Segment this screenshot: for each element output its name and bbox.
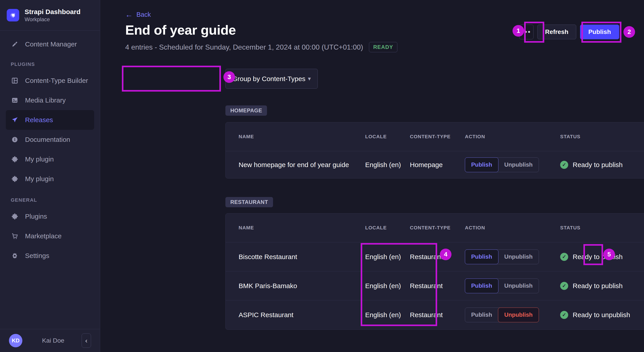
sidebar-section-plugins: PLUGINS — [11, 61, 100, 67]
entries-table-homepage: NAME LOCALE CONTENT-TYPE ACTION STATUS N… — [226, 122, 644, 178]
entry-name: ASPIC Restaurant — [238, 311, 365, 319]
workspace-header[interactable]: Strapi Dashboard Workplace — [0, 0, 100, 31]
entry-name: New homepage for end of year guide — [238, 161, 365, 169]
entry-status: Ready to unpublish — [573, 311, 630, 319]
sidebar: Strapi Dashboard Workplace Content Manag… — [0, 0, 100, 352]
release-schedule-text: 4 entries - Scheduled for Sunday, Decemb… — [125, 43, 363, 51]
entry-name: BMK Paris-Bamako — [238, 282, 365, 290]
sidebar-item-my-plugin-2[interactable]: My plugin — [0, 169, 100, 189]
column-header-status: STATUS — [560, 134, 644, 140]
refresh-button[interactable]: Refresh — [537, 24, 576, 39]
puzzle-icon — [11, 175, 19, 183]
entry-locale: English (en) — [365, 282, 410, 290]
image-icon — [11, 96, 19, 104]
table-row: ASPIC Restaurant English (en) Restaurant… — [226, 300, 644, 329]
puzzle-icon — [11, 155, 19, 163]
publish-toggle-button[interactable]: Publish — [465, 249, 498, 264]
sidebar-item-marketplace[interactable]: Marketplace — [0, 226, 100, 246]
layout-icon — [11, 77, 19, 85]
app-title: Strapi Dashboard — [24, 7, 80, 16]
sidebar-item-label: Plugins — [25, 213, 47, 220]
group-badge-homepage: HOMEPAGE — [226, 105, 267, 116]
entry-status: Ready to publish — [573, 253, 622, 261]
paper-plane-icon — [11, 116, 19, 124]
sidebar-item-label: Content-Type Builder — [25, 77, 88, 84]
status-badge: READY — [369, 42, 397, 52]
column-header-name: NAME — [238, 225, 365, 231]
unpublish-toggle-button[interactable]: Unpublish — [498, 250, 539, 264]
pencil-icon — [11, 40, 19, 48]
entry-content-type: Restaurant — [410, 282, 465, 290]
sidebar-footer: KD Kai Doe ‹ — [0, 329, 100, 352]
avatar[interactable]: KD — [9, 334, 22, 347]
chevron-left-icon: ‹ — [85, 337, 88, 345]
entry-status: Ready to publish — [573, 161, 622, 169]
check-circle-icon: ✓ — [560, 311, 568, 319]
publish-toggle-button[interactable]: Publish — [465, 279, 498, 293]
entry-content-type: Restaurant — [410, 311, 465, 319]
unpublish-toggle-button[interactable]: Unpublish — [498, 158, 539, 172]
table-row: Biscotte Restaurant English (en) Restaur… — [226, 242, 644, 271]
publish-toggle-button[interactable]: Publish — [465, 308, 498, 322]
entries-table-restaurant: NAME LOCALE CONTENT-TYPE ACTION STATUS B… — [226, 213, 644, 330]
gear-icon — [11, 252, 19, 260]
chevron-down-icon: ▾ — [308, 75, 311, 82]
check-circle-icon: ✓ — [560, 253, 568, 261]
entry-content-type: Restaurant — [410, 253, 465, 261]
sidebar-item-releases[interactable]: Releases — [6, 110, 94, 130]
table-row: BMK Paris-Bamako English (en) Restaurant… — [226, 271, 644, 300]
table-header-row: NAME LOCALE CONTENT-TYPE ACTION STATUS — [226, 213, 644, 242]
group-by-select[interactable]: Group by Content-Types ▾ — [226, 69, 318, 89]
column-header-locale: LOCALE — [365, 134, 410, 140]
sidebar-item-documentation[interactable]: Documentation — [0, 130, 100, 150]
back-link[interactable]: ← Back — [125, 11, 151, 18]
check-circle-icon: ✓ — [560, 161, 568, 169]
entry-content-type: Homepage — [410, 161, 465, 169]
column-header-status: STATUS — [560, 225, 644, 231]
column-header-action: ACTION — [465, 134, 560, 140]
entry-name: Biscotte Restaurant — [238, 253, 365, 261]
group-by-value: Group by Content-Types — [232, 75, 306, 83]
group-badge-restaurant: RESTAURANT — [226, 197, 273, 207]
sidebar-item-label: Documentation — [25, 136, 70, 143]
action-toggle: Publish Unpublish — [465, 158, 539, 172]
entry-locale: English (en) — [365, 311, 410, 319]
user-name: Kai Doe — [42, 337, 64, 344]
table-header-row: NAME LOCALE CONTENT-TYPE ACTION STATUS — [226, 122, 644, 151]
sidebar-item-media-library[interactable]: Media Library — [0, 90, 100, 110]
publish-toggle-button[interactable]: Publish — [465, 158, 498, 172]
arrow-left-icon: ← — [125, 11, 133, 18]
unpublish-toggle-button[interactable]: Unpublish — [498, 279, 539, 293]
page-title: End of year guide — [125, 22, 236, 38]
header-actions: ••• Refresh Publish — [519, 24, 619, 39]
unpublish-toggle-button[interactable]: Unpublish — [498, 308, 539, 322]
column-header-locale: LOCALE — [365, 225, 410, 231]
check-circle-icon: ✓ — [560, 282, 568, 290]
info-icon — [11, 136, 19, 144]
column-header-content-type: CONTENT-TYPE — [410, 134, 465, 140]
sidebar-item-settings[interactable]: Settings — [0, 246, 100, 266]
sidebar-item-content-type-builder[interactable]: Content-Type Builder — [0, 71, 100, 90]
action-toggle: Publish Unpublish — [465, 249, 539, 264]
entry-locale: English (en) — [365, 253, 410, 261]
entry-status: Ready to publish — [573, 282, 622, 290]
action-toggle: Publish Unpublish — [465, 279, 539, 293]
sidebar-section-general: GENERAL — [11, 197, 100, 203]
workspace-name: Workplace — [24, 16, 80, 23]
sidebar-item-plugins[interactable]: Plugins — [0, 207, 100, 226]
sidebar-item-content-manager[interactable]: Content Manager — [0, 35, 100, 53]
back-label: Back — [136, 11, 151, 18]
sidebar-item-label: Settings — [25, 252, 49, 260]
main-content: ← Back End of year guide 4 entries - Sch… — [100, 0, 644, 352]
sidebar-nav: Content Manager PLUGINS Content-Type Bui… — [0, 31, 100, 266]
sidebar-item-my-plugin-1[interactable]: My plugin — [0, 150, 100, 169]
puzzle-icon — [11, 212, 19, 220]
sidebar-collapse-button[interactable]: ‹ — [82, 334, 91, 348]
publish-release-button[interactable]: Publish — [580, 24, 619, 39]
release-more-button[interactable]: ••• — [519, 24, 534, 39]
column-header-action: ACTION — [465, 225, 560, 231]
table-row: New homepage for end of year guide Engli… — [226, 151, 644, 178]
column-header-content-type: CONTENT-TYPE — [410, 225, 465, 231]
sidebar-item-label: Releases — [25, 116, 53, 124]
entry-locale: English (en) — [365, 161, 410, 169]
